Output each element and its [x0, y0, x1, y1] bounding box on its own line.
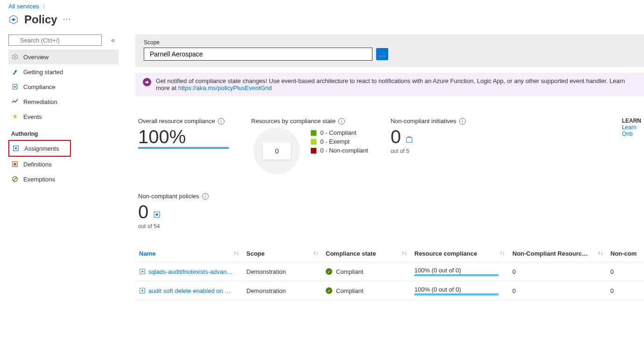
sidebar-item-overview[interactable]: Overview [8, 49, 119, 64]
row-scope: Demonstration [243, 281, 322, 300]
sort-icon[interactable]: ↑↓ [402, 250, 407, 256]
sidebar-item-label: Exemptions [23, 176, 55, 183]
sidebar-item-label: Overview [23, 54, 49, 61]
page-title-row: Policy ··· [0, 11, 644, 35]
breadcrumb: All services 〉 [0, 0, 644, 11]
svg-rect-14 [14, 163, 16, 165]
col-ncr[interactable]: Non-Compliant Resourc…↑↓ [509, 245, 607, 262]
info-icon[interactable]: i [459, 118, 466, 125]
sidebar-item-label: Remediation [23, 98, 57, 105]
sidebar-item-definitions[interactable]: Definitions [8, 157, 119, 172]
info-icon[interactable]: i [218, 118, 224, 125]
policy-doc-icon [139, 287, 146, 294]
sort-icon[interactable]: ↑↓ [234, 250, 239, 256]
scope-picker-button[interactable]: … [376, 48, 388, 60]
rocket-icon [11, 68, 19, 76]
card-resources-by-state: Resources by compliance state i 0 0 - Co… [251, 118, 368, 174]
row-nc: 0 [607, 281, 644, 300]
sort-icon[interactable]: ↑↓ [598, 250, 603, 256]
initiative-icon [406, 136, 413, 143]
svg-point-2 [11, 19, 12, 20]
search-input[interactable] [8, 35, 102, 46]
more-button[interactable]: ··· [63, 14, 71, 26]
table-row[interactable]: audit soft delete enabled on … Demonstra… [135, 281, 644, 300]
col-rc[interactable]: Resource compliance↑↓ [411, 245, 509, 262]
learn-panel: LEARN Learn Onb [622, 118, 641, 174]
col-name[interactable]: Name↑↓ [135, 245, 243, 262]
sidebar-item-assignments[interactable]: Assignments [9, 141, 70, 156]
row-rc: 100% (0 out of 0) [414, 267, 498, 276]
col-scope[interactable]: Scope↑↓ [243, 245, 322, 262]
page-title: Policy [24, 13, 57, 26]
card-noncompliant-initiatives: Non-compliant initiatives i 0 out of 5 [391, 118, 466, 174]
breadcrumb-all-services[interactable]: All services [8, 3, 39, 10]
row-state: Compliant [336, 268, 364, 275]
info-icon[interactable]: i [202, 193, 209, 200]
card-title: Overall resource compliance [138, 118, 215, 125]
main-content: Scope … Get notified of compliance state… [119, 35, 644, 341]
notification-link[interactable]: https://aka.ms/policyPlusEventGrid [178, 84, 272, 91]
svg-point-7 [14, 56, 16, 58]
sidebar-item-getting-started[interactable]: Getting started [8, 64, 119, 79]
svg-rect-17 [406, 138, 412, 142]
row-name-link[interactable]: sqlads-auditifnotexists-advan… [148, 268, 233, 275]
svg-line-16 [14, 178, 17, 181]
swatch-green-icon [311, 130, 316, 136]
legend-label: 0 - Exempt [320, 138, 350, 145]
megaphone-icon [143, 78, 151, 86]
definitions-icon [11, 160, 19, 168]
col-state[interactable]: Compliance state↑↓ [322, 245, 411, 262]
sidebar-item-remediation[interactable]: Remediation [8, 94, 119, 109]
notification-banner: Get notified of compliance state changes… [135, 73, 644, 96]
nc-policies-sub: out of 54 [138, 223, 641, 230]
sidebar-item-label: Compliance [23, 84, 56, 90]
legend-noncompliant: 0 - Non-compliant [311, 147, 368, 154]
row-ncr: 0 [509, 281, 607, 300]
overall-compliance-value: 100% [138, 127, 229, 149]
sidebar-item-events[interactable]: Events [8, 109, 119, 124]
sort-icon[interactable]: ↑↓ [313, 250, 318, 256]
learn-heading: LEARN [622, 118, 641, 124]
nc-initiatives-value: 0 [391, 126, 401, 147]
card-title: Resources by compliance state [251, 118, 336, 125]
info-icon[interactable]: i [338, 118, 345, 125]
svg-point-9 [14, 86, 16, 88]
assignments-icon [12, 145, 20, 152]
row-scope: Demonstration [243, 262, 322, 281]
learn-link-1[interactable]: Learn [622, 124, 637, 131]
swatch-yellow-icon [311, 139, 316, 145]
sort-icon[interactable]: ↑↓ [500, 250, 505, 256]
collapse-sidebar-button[interactable]: « [111, 36, 115, 44]
card-overall-compliance: Overall resource compliance i 100% [138, 118, 229, 174]
sidebar: « Overview Getting started Compliance Re… [0, 35, 119, 341]
col-nc[interactable]: Non-com [607, 245, 644, 262]
policy-icon [153, 211, 161, 218]
sidebar-item-exemptions[interactable]: Exemptions [8, 172, 119, 187]
sidebar-item-label: Getting started [23, 69, 63, 76]
learn-link-2[interactable]: Onb [622, 131, 633, 137]
policy-hex-icon [8, 14, 19, 25]
table-header-row: Name↑↓ Scope↑↓ Compliance state↑↓ Resour… [135, 245, 644, 262]
row-nc: 0 [607, 262, 644, 281]
scope-input[interactable] [144, 48, 372, 61]
legend-label: 0 - Compliant [320, 129, 356, 136]
svg-point-3 [15, 19, 16, 20]
sidebar-item-label: Assignments [24, 145, 59, 152]
sidebar-section-authoring: Authoring [8, 124, 119, 140]
row-state: Compliant [336, 287, 364, 294]
nc-initiatives-sub: out of 5 [391, 148, 466, 154]
svg-point-19 [155, 214, 158, 216]
swatch-red-icon [311, 148, 316, 153]
row-name-link[interactable]: audit soft delete enabled on … [148, 287, 231, 294]
legend-compliant: 0 - Compliant [311, 129, 368, 136]
check-icon: ✓ [326, 268, 332, 275]
legend-exempt: 0 - Exempt [311, 138, 368, 145]
svg-point-21 [141, 271, 143, 272]
table-row[interactable]: sqlads-auditifnotexists-advan… Demonstra… [135, 262, 644, 281]
exemptions-icon [11, 175, 19, 183]
card-title: Non-compliant initiatives [391, 118, 456, 125]
svg-point-1 [12, 18, 15, 21]
nc-policies-value: 0 [138, 202, 148, 222]
sidebar-item-compliance[interactable]: Compliance [8, 79, 119, 94]
donut-center-value: 0 [263, 142, 291, 160]
